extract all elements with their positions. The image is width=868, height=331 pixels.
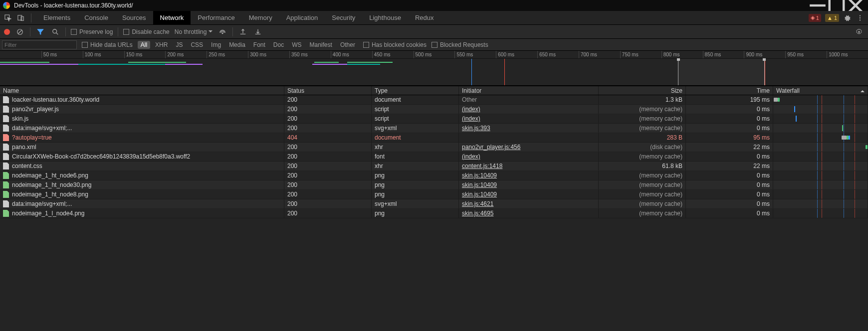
chrome-logo-icon: [3, 2, 10, 9]
type-filter-other[interactable]: Other: [337, 41, 358, 49]
cell-initiator[interactable]: skin.js:393: [459, 124, 599, 133]
window-minimize-button[interactable]: [808, 0, 827, 11]
tab-lighthouse[interactable]: Lighthouse: [362, 11, 408, 24]
tab-console[interactable]: Console: [77, 11, 115, 24]
table-row[interactable]: pano.xml200xhrpano2vr_player.js:456(disk…: [0, 143, 868, 152]
error-count-badge[interactable]: ◈ 1: [809, 14, 821, 22]
overview-bar: [78, 64, 165, 65]
cell-initiator[interactable]: (index): [459, 114, 599, 123]
type-filter-ws[interactable]: WS: [289, 41, 304, 49]
waterfall-marker: [817, 143, 818, 152]
export-har-icon[interactable]: [253, 27, 263, 37]
import-har-icon[interactable]: [238, 27, 248, 37]
search-icon[interactable]: [50, 27, 60, 37]
table-row[interactable]: content.css200xhrcontent.js:141861.8 kB2…: [0, 162, 868, 171]
request-name: nodeimage_1_ht_node6.png: [12, 172, 88, 179]
table-row[interactable]: pano2vr_player.js200script(index)(memory…: [0, 105, 868, 114]
cell-initiator[interactable]: (index): [459, 152, 599, 161]
table-row[interactable]: CircularXXWeb-Book-cd7d2bcec649b1243839a…: [0, 152, 868, 162]
col-size[interactable]: Size: [599, 86, 686, 95]
warning-count-badge[interactable]: ▲ 1: [825, 14, 839, 22]
col-initiator[interactable]: Initiator: [459, 86, 599, 95]
type-filter-doc[interactable]: Doc: [270, 41, 287, 49]
type-filter-js[interactable]: JS: [173, 41, 186, 49]
preserve-log-checkbox[interactable]: Preserve log: [71, 28, 113, 35]
waterfall-marker: [844, 209, 844, 218]
table-row[interactable]: data:image/svg+xml;...200svg+xmlskin.js:…: [0, 199, 868, 209]
table-row[interactable]: nodeimage_1_ht_node30.png200pngskin.js:1…: [0, 180, 868, 190]
type-filter-xhr[interactable]: XHR: [152, 41, 171, 49]
selection-handle-right[interactable]: [763, 58, 766, 61]
cell-initiator[interactable]: skin.js:10409: [459, 180, 599, 189]
col-status[interactable]: Status: [284, 86, 372, 95]
blocked-requests-checkbox[interactable]: Blocked Requests: [432, 41, 488, 48]
tab-network[interactable]: Network: [153, 11, 191, 24]
timeline-overview[interactable]: [0, 59, 868, 86]
disable-cache-checkbox[interactable]: Disable cache: [123, 28, 169, 35]
cell-initiator[interactable]: (index): [459, 105, 599, 114]
type-filter-media[interactable]: Media: [226, 41, 248, 49]
type-filter-all[interactable]: All: [138, 41, 150, 49]
col-name[interactable]: Name: [0, 86, 284, 95]
ruler-tick: 100 ms: [83, 51, 101, 58]
cell-waterfall: [773, 95, 868, 104]
col-waterfall[interactable]: Waterfall: [773, 86, 868, 95]
type-filter-manifest[interactable]: Manifest: [307, 41, 335, 49]
table-row[interactable]: ?autoplay=true404document283 B95 ms: [0, 133, 868, 143]
window-close-button[interactable]: [846, 0, 865, 11]
waterfall-marker: [844, 180, 844, 189]
network-conditions-icon[interactable]: [217, 27, 227, 37]
tab-sources[interactable]: Sources: [115, 11, 153, 24]
waterfall-marker: [822, 95, 822, 104]
type-filter-font[interactable]: Font: [250, 41, 268, 49]
tab-memory[interactable]: Memory: [242, 11, 279, 24]
cell-size: 61.8 kB: [599, 162, 686, 170]
table-row[interactable]: data:image/svg+xml;...200svg+xmlskin.js:…: [0, 124, 868, 133]
filter-toggle-icon[interactable]: [35, 27, 45, 37]
cell-time: 22 ms: [686, 162, 773, 170]
col-type[interactable]: Type: [372, 86, 459, 95]
type-filter-img[interactable]: Img: [208, 41, 224, 49]
tab-elements[interactable]: Elements: [36, 11, 77, 24]
cell-initiator[interactable]: skin.js:10409: [459, 190, 599, 199]
table-row[interactable]: skin.js200script(index)(memory cache)0 m…: [0, 114, 868, 124]
ruler-tick: 200 ms: [165, 51, 184, 58]
network-settings-gear-icon[interactable]: [854, 27, 864, 37]
timeline-ruler[interactable]: 50 ms100 ms150 ms200 ms250 ms300 ms350 m…: [0, 51, 868, 59]
filter-input[interactable]: [2, 40, 77, 49]
request-name: data:image/svg+xml;...: [12, 200, 72, 207]
has-blocked-cookies-checkbox[interactable]: Has blocked cookies: [363, 41, 427, 48]
overview-selection[interactable]: [678, 59, 765, 85]
ruler-tick: 1000 ms: [827, 51, 848, 58]
inspect-element-icon[interactable]: [3, 13, 13, 23]
window-maximize-button[interactable]: [827, 0, 846, 11]
record-button[interactable]: [4, 29, 10, 35]
cell-initiator[interactable]: skin.js:4695: [459, 209, 599, 218]
clear-button[interactable]: [15, 27, 25, 37]
table-row[interactable]: nodeimage_1_ht_node8.png200pngskin.js:10…: [0, 190, 868, 199]
cell-initiator[interactable]: skin.js:4621: [459, 199, 599, 208]
settings-gear-icon[interactable]: [842, 13, 852, 23]
table-row[interactable]: loacker-lustenau.tour.360ty.world200docu…: [0, 95, 868, 105]
more-menu-icon[interactable]: [855, 13, 865, 23]
table-row[interactable]: nodeimage_1_l_node4.png200pngskin.js:469…: [0, 209, 868, 218]
cell-type: script: [372, 105, 459, 114]
throttling-select[interactable]: No throttling: [175, 28, 213, 35]
hide-data-urls-checkbox[interactable]: Hide data URLs: [82, 41, 133, 48]
table-header[interactable]: Name Status Type Initiator Size Time Wat…: [0, 86, 868, 95]
type-filter-css[interactable]: CSS: [188, 41, 206, 49]
selection-handle-left[interactable]: [677, 58, 680, 61]
cell-initiator[interactable]: content.js:1418: [459, 162, 599, 170]
cell-initiator[interactable]: pano2vr_player.js:456: [459, 143, 599, 152]
tab-redux[interactable]: Redux: [408, 11, 441, 24]
tab-security[interactable]: Security: [325, 11, 362, 24]
cell-status: 200: [284, 190, 372, 199]
col-time[interactable]: Time: [686, 86, 773, 95]
table-row[interactable]: nodeimage_1_ht_node6.png200pngskin.js:10…: [0, 171, 868, 180]
overview-bar: [312, 64, 347, 65]
tab-application[interactable]: Application: [279, 11, 325, 24]
cell-time: 22 ms: [686, 143, 773, 152]
device-toolbar-icon[interactable]: [16, 13, 26, 23]
cell-initiator[interactable]: skin.js:10409: [459, 171, 599, 180]
tab-performance[interactable]: Performance: [191, 11, 241, 24]
